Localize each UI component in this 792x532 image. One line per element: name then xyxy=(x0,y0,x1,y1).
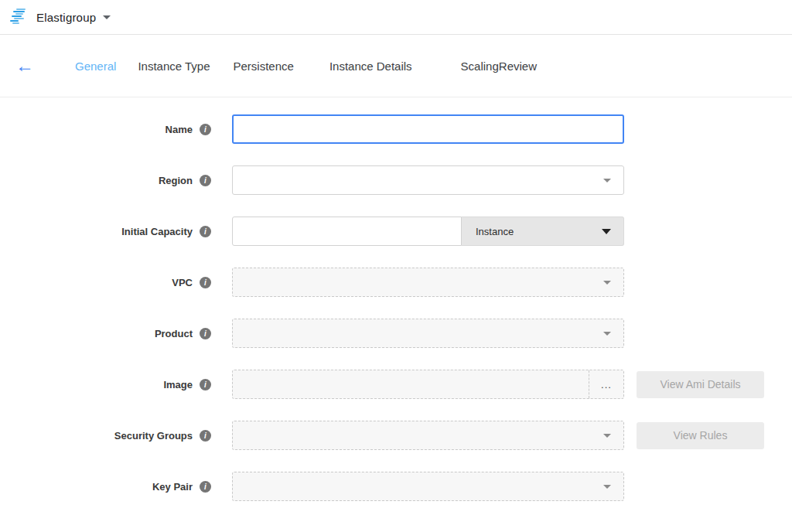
capacity-unit-select[interactable]: Instance xyxy=(462,217,624,246)
product-switcher[interactable]: Elastigroup xyxy=(36,11,111,24)
vpc-label: VPC xyxy=(172,277,193,288)
view-rules-button[interactable]: View Rules xyxy=(637,422,764,449)
app-title: Elastigroup xyxy=(36,11,96,24)
name-row: Name i xyxy=(0,114,792,144)
wizard-tab-bar: ← General Instance Type Persistence Inst… xyxy=(0,35,792,97)
back-button[interactable]: ← xyxy=(9,56,40,75)
tab-instance-type[interactable]: Instance Type xyxy=(138,60,210,73)
security-groups-row: Security Groups i View Rules xyxy=(0,421,792,450)
security-groups-label: Security Groups xyxy=(114,430,193,442)
region-row: Region i xyxy=(0,165,792,195)
chevron-down-icon xyxy=(602,229,611,234)
key-pair-row: Key Pair i xyxy=(0,472,792,501)
vpc-row: VPC i xyxy=(0,268,792,297)
info-icon[interactable]: i xyxy=(200,226,211,237)
key-pair-label: Key Pair xyxy=(152,481,193,493)
info-icon[interactable]: i xyxy=(200,175,211,186)
info-icon[interactable]: i xyxy=(200,430,211,442)
tab-instance-details[interactable]: Instance Details xyxy=(329,60,412,73)
image-browse-button[interactable]: ... xyxy=(589,370,623,398)
info-icon[interactable]: i xyxy=(200,328,211,339)
back-arrow-icon: ← xyxy=(15,56,34,75)
tab-general[interactable]: General xyxy=(75,60,116,73)
security-groups-select[interactable] xyxy=(232,421,624,450)
capacity-unit-value: Instance xyxy=(476,226,514,237)
chevron-down-icon xyxy=(603,485,611,489)
region-select[interactable] xyxy=(232,165,624,195)
chevron-down-icon xyxy=(603,179,611,182)
elastigroup-logo-icon xyxy=(10,9,29,26)
chevron-down-icon xyxy=(103,15,111,19)
view-ami-details-button[interactable]: View Ami Details xyxy=(637,371,764,398)
image-label: Image xyxy=(163,379,193,390)
image-row: Image i ... View Ami Details xyxy=(0,370,792,399)
tab-scaling[interactable]: Scaling xyxy=(461,60,499,73)
name-input[interactable] xyxy=(232,114,624,144)
chevron-down-icon xyxy=(603,332,611,336)
general-form: Name i Region i Initial Capacity i Inst xyxy=(0,97,792,501)
initial-capacity-input[interactable] xyxy=(232,217,462,246)
chevron-down-icon xyxy=(603,281,611,285)
tab-review[interactable]: Review xyxy=(499,60,537,73)
tab-persistence[interactable]: Persistence xyxy=(234,60,294,73)
product-label: Product xyxy=(155,328,193,339)
chevron-down-icon xyxy=(603,434,611,438)
initial-capacity-label: Initial Capacity xyxy=(121,226,193,237)
image-field: ... xyxy=(232,370,624,399)
product-select[interactable] xyxy=(232,319,624,348)
info-icon[interactable]: i xyxy=(200,277,211,288)
info-icon[interactable]: i xyxy=(200,379,211,390)
info-icon[interactable]: i xyxy=(200,124,211,135)
key-pair-select[interactable] xyxy=(232,472,624,501)
name-label: Name xyxy=(166,124,193,135)
region-label: Region xyxy=(159,175,193,186)
info-icon[interactable]: i xyxy=(200,481,211,493)
top-bar: Elastigroup xyxy=(0,0,792,35)
vpc-select[interactable] xyxy=(232,268,624,297)
product-row: Product i xyxy=(0,319,792,348)
initial-capacity-row: Initial Capacity i Instance xyxy=(0,217,792,246)
